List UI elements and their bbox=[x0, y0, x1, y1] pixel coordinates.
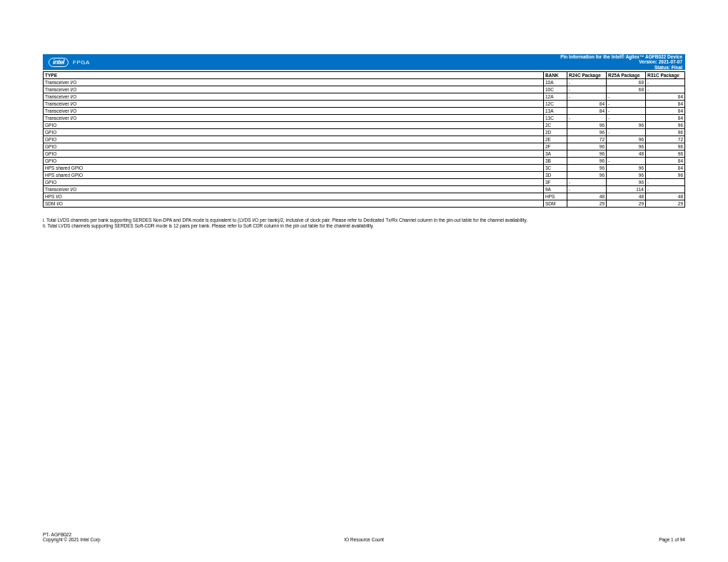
footnote-1: i. Total LVDS channels per bank supporti… bbox=[43, 218, 685, 223]
page-footer: PT- AGFB022 Copyright © 2021 Intel Corp … bbox=[43, 532, 685, 542]
table-cell: 96 bbox=[567, 122, 607, 129]
table-cell: 12C bbox=[544, 101, 567, 108]
table-cell: HPS shared GPIO bbox=[44, 165, 544, 172]
table-cell: SDM I/O bbox=[44, 200, 544, 208]
table-cell: 84 bbox=[646, 101, 685, 108]
table-row: Transceiver I/O10A-68- bbox=[44, 79, 685, 86]
table-cell: 48 bbox=[567, 193, 607, 200]
table-cell: 96 bbox=[646, 122, 685, 129]
io-resource-table: TYPE BANK R24C Package R25A Package R31C… bbox=[43, 71, 685, 208]
table-cell: 96 bbox=[567, 158, 607, 165]
footer-copyright: Copyright © 2021 Intel Corp bbox=[43, 537, 101, 542]
table-cell: 13C bbox=[544, 115, 567, 122]
table-cell: 84 bbox=[567, 101, 607, 108]
table-cell: GPIO bbox=[44, 179, 544, 186]
header-status: Status: Final bbox=[560, 65, 682, 70]
table-row: GPIO2C969696 bbox=[44, 122, 685, 129]
table-cell: 3A bbox=[544, 150, 567, 158]
table-row: GPIO2D96-96 bbox=[44, 129, 685, 136]
table-cell: - bbox=[607, 129, 646, 136]
table-cell: 84 bbox=[646, 108, 685, 115]
table-cell: Transceiver I/O bbox=[44, 86, 544, 93]
table-row: GPIO2E729672 bbox=[44, 136, 685, 143]
table-cell: HPS bbox=[544, 193, 567, 200]
table-cell: 12A bbox=[544, 93, 567, 101]
table-row: GPIO2F969696 bbox=[44, 143, 685, 150]
table-row: HPS shared GPIO3D969696 bbox=[44, 172, 685, 179]
table-cell: 84 bbox=[646, 115, 685, 122]
table-cell: 96 bbox=[607, 136, 646, 143]
table-cell: 3B bbox=[544, 158, 567, 165]
table-cell: 2D bbox=[544, 129, 567, 136]
table-cell: 72 bbox=[567, 136, 607, 143]
table-cell: 3D bbox=[544, 172, 567, 179]
header-bar: intel FPGA Pin Information for the Intel… bbox=[43, 54, 685, 70]
table-cell: GPIO bbox=[44, 136, 544, 143]
table-cell: 84 bbox=[646, 158, 685, 165]
table-cell: - bbox=[607, 115, 646, 122]
table-cell: 96 bbox=[607, 179, 646, 186]
table-cell: 10C bbox=[544, 86, 567, 93]
table-row: HPS I/OHPS484848 bbox=[44, 193, 685, 200]
table-header-row: TYPE BANK R24C Package R25A Package R31C… bbox=[44, 72, 685, 79]
table-cell: - bbox=[646, 186, 685, 193]
table-row: Transceiver I/O9A-114- bbox=[44, 186, 685, 193]
table-cell: - bbox=[567, 79, 607, 86]
table-row: Transceiver I/O10C-68- bbox=[44, 86, 685, 93]
table-row: Transceiver I/O13C--84 bbox=[44, 115, 685, 122]
table-row: GPIO3B96-84 bbox=[44, 158, 685, 165]
document-page: intel FPGA Pin Information for the Intel… bbox=[0, 0, 728, 562]
table-cell: 84 bbox=[567, 108, 607, 115]
table-cell: 96 bbox=[607, 172, 646, 179]
col-header-bank: BANK bbox=[544, 72, 567, 79]
footer-page: Page 1 of 94 bbox=[659, 537, 685, 542]
table-cell: 3F bbox=[544, 179, 567, 186]
table-cell: 96 bbox=[567, 143, 607, 150]
table-cell: 114 bbox=[607, 186, 646, 193]
table-cell: 96 bbox=[567, 165, 607, 172]
table-cell: 96 bbox=[567, 150, 607, 158]
table-row: Transceiver I/O12C84-84 bbox=[44, 101, 685, 108]
table-cell: - bbox=[646, 79, 685, 86]
footer-pt: PT- AGFB022 bbox=[43, 532, 101, 537]
table-cell: Transceiver I/O bbox=[44, 115, 544, 122]
table-cell: 48 bbox=[607, 193, 646, 200]
table-cell: 2E bbox=[544, 136, 567, 143]
table-cell: 68 bbox=[607, 79, 646, 86]
table-cell: 13A bbox=[544, 108, 567, 115]
table-row: HPS shared GPIO3C969684 bbox=[44, 165, 685, 172]
table-cell: 96 bbox=[567, 129, 607, 136]
table-cell: 29 bbox=[607, 200, 646, 208]
col-header-r24c: R24C Package bbox=[567, 72, 607, 79]
col-header-r25a: R25A Package bbox=[607, 72, 646, 79]
table-cell: - bbox=[567, 93, 607, 101]
table-cell: Transceiver I/O bbox=[44, 79, 544, 86]
table-cell: - bbox=[607, 158, 646, 165]
table-cell: 72 bbox=[646, 136, 685, 143]
table-cell: 96 bbox=[646, 129, 685, 136]
table-cell: 96 bbox=[607, 122, 646, 129]
table-cell: 96 bbox=[646, 143, 685, 150]
table-cell: Transceiver I/O bbox=[44, 93, 544, 101]
footnotes: i. Total LVDS channels per bank supporti… bbox=[43, 218, 685, 230]
table-cell: SDM bbox=[544, 200, 567, 208]
table-cell: Transceiver I/O bbox=[44, 101, 544, 108]
footer-left: PT- AGFB022 Copyright © 2021 Intel Corp bbox=[43, 532, 101, 542]
table-cell: 84 bbox=[646, 93, 685, 101]
table-cell: GPIO bbox=[44, 150, 544, 158]
table-cell: 29 bbox=[646, 200, 685, 208]
table-cell: 48 bbox=[607, 150, 646, 158]
table-cell: - bbox=[607, 101, 646, 108]
table-cell: GPIO bbox=[44, 129, 544, 136]
footer-center: IO Resource Count bbox=[344, 537, 384, 542]
table-cell: 68 bbox=[607, 86, 646, 93]
table-cell: - bbox=[607, 108, 646, 115]
table-cell: - bbox=[646, 179, 685, 186]
table-cell: - bbox=[567, 186, 607, 193]
table-cell: 84 bbox=[646, 165, 685, 172]
table-cell: 48 bbox=[646, 193, 685, 200]
table-row: GPIO3F-96- bbox=[44, 179, 685, 186]
col-header-type: TYPE bbox=[44, 72, 544, 79]
table-cell: - bbox=[567, 86, 607, 93]
table-cell: 3C bbox=[544, 165, 567, 172]
